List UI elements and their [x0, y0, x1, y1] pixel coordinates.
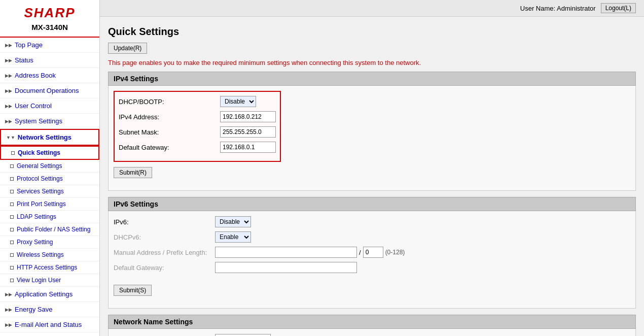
sidebar-item-label: User Control: [15, 102, 52, 110]
sidebar-item-label: Energy Save: [15, 306, 52, 313]
arrow-icon: ▶: [5, 322, 12, 327]
sidebar-item-public-folder-nas[interactable]: Public Folder / NAS Setting: [0, 223, 99, 236]
info-text: This page enables you to make the requir…: [108, 59, 636, 66]
sidebar-item-label: Top Page: [15, 41, 43, 49]
dhcpv6-select[interactable]: Enable Disable: [215, 231, 251, 243]
sidebar-item-label: Status: [15, 56, 33, 64]
sub-icon: [10, 164, 14, 168]
arrow-icon: ▶: [5, 73, 12, 78]
ipv4-address-label: IPv4 Address:: [119, 113, 220, 121]
sidebar-item-label: Print Port Settings: [17, 200, 66, 208]
arrow-icon: ▶: [5, 58, 12, 63]
ipv4-section-body: DHCP/BOOTP: Disable Enable IPv4 Address:…: [108, 86, 636, 191]
sub-icon: [10, 190, 14, 193]
arrow-icon: ▶: [5, 43, 12, 48]
default-gateway-label: Default Gateway:: [119, 144, 220, 151]
subnet-mask-input[interactable]: [220, 126, 276, 138]
sidebar-item-protocol-settings[interactable]: Protocol Settings: [0, 173, 99, 185]
logo-brand: SHARP: [0, 5, 99, 21]
sidebar-item-view-login-user[interactable]: View Login User: [0, 274, 99, 287]
sidebar-item-print-port-settings[interactable]: Print Port Settings: [0, 198, 99, 211]
ipv6-select[interactable]: Disable Enable: [215, 216, 251, 227]
sidebar-item-label: General Settings: [17, 162, 62, 170]
prefix-length-input[interactable]: [363, 247, 383, 258]
arrow-icon: ▶: [5, 119, 12, 124]
device-name-input[interactable]: [215, 334, 271, 336]
ipv6-section-header: IPv6 Settings: [108, 197, 636, 211]
ipv4-address-input[interactable]: [220, 111, 276, 122]
prefix-slash: /: [359, 249, 361, 256]
sidebar-item-label: HTTP Access Settings: [17, 264, 77, 271]
page-title: Quick Settings: [108, 22, 636, 43]
manual-address-row: Manual Address / Prefix Length: / (0-128…: [114, 247, 630, 258]
sidebar-item-ldap-settings[interactable]: LDAP Settings: [0, 211, 99, 223]
sub-icon: [10, 215, 14, 219]
ipv6-submit-button[interactable]: Submit(S): [114, 285, 152, 296]
arrow-icon: ▶: [5, 88, 12, 93]
sidebar-item-document-operations[interactable]: ▶Document Operations: [0, 83, 99, 98]
sidebar-item-label: Network Settings: [18, 133, 71, 141]
sidebar-item-status[interactable]: ▶Status: [0, 53, 99, 68]
sub-icon: [10, 228, 14, 231]
sidebar-item-application-settings[interactable]: ▶Application Settings: [0, 287, 99, 302]
nav-container: ▶Top Page▶Status▶Address Book▶Document O…: [0, 38, 99, 336]
ipv6-gateway-input[interactable]: [215, 262, 357, 273]
ipv6-label: IPv6:: [114, 218, 215, 226]
sidebar-item-energy-save[interactable]: ▶Energy Save: [0, 302, 99, 317]
sub-icon: [10, 241, 14, 244]
ipv4-section-header: IPv4 Settings: [108, 72, 636, 86]
dhcpv6-label: DHCPv6:: [114, 233, 215, 241]
sidebar-item-label: LDAP Settings: [17, 213, 56, 220]
sidebar-item-quick-settings[interactable]: Quick Settings: [0, 146, 99, 160]
ipv6-gateway-row: Default Gateway:: [114, 262, 630, 273]
network-name-section-header: Network Name Settings: [108, 315, 636, 329]
ipv6-section-body: IPv6: Disable Enable DHCPv6: Enable Disa…: [108, 211, 636, 309]
sidebar-item-job-log[interactable]: ▶Job Log: [0, 332, 99, 336]
sidebar-item-top-page[interactable]: ▶Top Page: [0, 38, 99, 53]
sidebar-item-services-settings[interactable]: Services Settings: [0, 185, 99, 198]
ipv6-gateway-label: Default Gateway:: [114, 264, 215, 272]
sidebar-item-label: E-mail Alert and Status: [15, 321, 82, 328]
sidebar-item-general-settings[interactable]: General Settings: [0, 160, 99, 173]
ipv4-address-row: IPv4 Address:: [119, 111, 276, 122]
sidebar-item-user-control[interactable]: ▶User Control: [0, 98, 99, 114]
default-gateway-input[interactable]: [220, 142, 276, 153]
dhcpv6-row: DHCPv6: Enable Disable: [114, 231, 630, 243]
sidebar-item-proxy-setting[interactable]: Proxy Setting: [0, 236, 99, 249]
sidebar-item-label: Quick Settings: [18, 149, 60, 156]
sub-icon: [10, 203, 14, 206]
logout-button[interactable]: Logout(L): [601, 3, 636, 13]
prefix-range-hint: (0-128): [385, 249, 405, 256]
arrow-icon: ▶: [5, 292, 12, 297]
logo-area: SHARP MX-3140N: [0, 0, 99, 38]
default-gateway-row: Default Gateway:: [119, 142, 276, 153]
manual-address-label: Manual Address / Prefix Length:: [114, 249, 215, 256]
sidebar-item-network-settings[interactable]: ▼Network Settings: [0, 129, 99, 146]
network-name-section-body: Device Name: (Up to 15 characters) Domai…: [108, 329, 636, 336]
logo-model: MX-3140N: [0, 23, 99, 31]
dhcp-select[interactable]: Disable Enable: [220, 96, 256, 107]
sidebar-item-wireless-settings[interactable]: Wireless Settings: [0, 249, 99, 261]
sidebar-item-label: Public Folder / NAS Setting: [17, 226, 90, 233]
sidebar-item-email-alert-status[interactable]: ▶E-mail Alert and Status: [0, 317, 99, 332]
content-area: Quick Settings Update(R) This page enabl…: [100, 17, 644, 336]
ipv4-red-box: DHCP/BOOTP: Disable Enable IPv4 Address:…: [114, 91, 281, 162]
sidebar-item-label: Wireless Settings: [17, 251, 64, 258]
main-content: User Name: Administrator Logout(L) Quick…: [100, 0, 644, 336]
dhcp-label: DHCP/BOOTP:: [119, 98, 220, 106]
sidebar-item-address-book[interactable]: ▶Address Book: [0, 68, 99, 83]
sub-icon: [10, 279, 14, 282]
manual-address-input[interactable]: [215, 247, 357, 258]
subnet-mask-row: Subnet Mask:: [119, 126, 276, 138]
sidebar-item-label: Application Settings: [15, 290, 73, 298]
ipv4-submit-button[interactable]: Submit(R): [114, 167, 152, 178]
arrow-icon: ▼: [6, 135, 15, 140]
sidebar-item-label: System Settings: [15, 117, 62, 125]
sidebar-item-label: Services Settings: [17, 188, 64, 195]
update-button[interactable]: Update(R): [108, 43, 147, 54]
sub-icon: [10, 177, 14, 181]
sidebar: SHARP MX-3140N ▶Top Page▶Status▶Address …: [0, 0, 100, 336]
sidebar-item-system-settings[interactable]: ▶System Settings: [0, 114, 99, 129]
sidebar-item-http-access-settings[interactable]: HTTP Access Settings: [0, 261, 99, 274]
sidebar-item-label: Document Operations: [15, 87, 79, 94]
